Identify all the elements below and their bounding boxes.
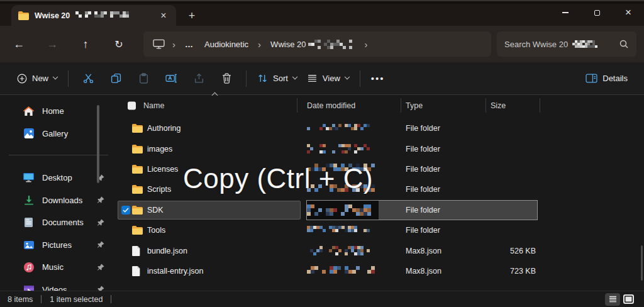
row-checkbox[interactable] (121, 226, 130, 235)
search-placeholder: Search Wwise 20 (504, 40, 568, 49)
column-header-name[interactable]: Name (143, 101, 164, 110)
minimize-button[interactable] (550, 0, 581, 25)
this-pc-icon[interactable] (152, 39, 165, 50)
pin-icon (96, 286, 104, 291)
back-button[interactable]: ← (13, 38, 25, 51)
file-row[interactable]: Authoring File folder (118, 118, 644, 138)
breadcrumb-wwise-label: Wwise 20 (270, 40, 306, 49)
share-button[interactable] (185, 68, 213, 89)
breadcrumb[interactable]: › … Audiokinetic › Wwise 20 › (143, 31, 491, 57)
chevron-right-icon: › (172, 39, 175, 50)
column-divider[interactable] (401, 98, 401, 113)
file-date (300, 246, 406, 255)
details-button[interactable]: Details (580, 69, 633, 87)
file-name: Authoring (147, 124, 300, 133)
paste-button[interactable] (130, 68, 157, 89)
close-button[interactable]: × (613, 0, 644, 25)
chevron-right-icon: › (364, 39, 367, 50)
file-name: Tools (147, 226, 300, 235)
select-all-checkbox[interactable] (128, 101, 136, 109)
paste-icon (138, 73, 149, 84)
share-icon (194, 73, 204, 84)
row-checkbox[interactable] (121, 185, 130, 194)
sidebar-scrollbar[interactable] (97, 105, 99, 183)
view-button[interactable]: View (302, 69, 354, 87)
row-checkbox-checked[interactable] (121, 206, 130, 215)
folder-icon (132, 226, 143, 235)
chevron-down-icon (345, 74, 350, 79)
new-button[interactable]: New (11, 69, 62, 87)
file-row[interactable]: install-entry.json Max8.json 723 KB (118, 261, 644, 281)
folder-icon (132, 165, 143, 174)
file-row[interactable]: bundle.json Max8.json 526 KB (118, 240, 644, 260)
more-options-button[interactable]: ••• (366, 69, 390, 87)
navigation-pane: Home Gallery Desktop Downloads (0, 95, 117, 291)
sort-arrows-icon (257, 73, 268, 84)
file-size: 526 KB (491, 247, 540, 255)
file-type: File folder (406, 226, 491, 235)
new-tab-button[interactable]: + (183, 7, 201, 25)
column-divider[interactable] (486, 98, 486, 113)
sidebar-item-documents[interactable]: Documents (4, 211, 113, 234)
cut-button[interactable] (74, 68, 102, 89)
sidebar-item-pictures[interactable]: Pictures (4, 234, 113, 257)
search-input[interactable]: Search Wwise 20 (497, 31, 636, 57)
maximize-button[interactable] (581, 0, 613, 25)
toolbar-separator (360, 70, 360, 87)
home-icon (23, 106, 34, 116)
navigation-bar: ← → ↑ ↻ › … Audiokinetic › Wwise 20 › Se… (0, 26, 644, 62)
rename-icon (165, 73, 177, 84)
toolbar-separator (246, 70, 247, 87)
copy-shortcut-overlay: Copy (Ctrl + C) (183, 163, 373, 194)
file-row-selected[interactable]: SDK File folder (118, 200, 644, 220)
column-divider[interactable] (540, 98, 540, 113)
sidebar-item-label: Videos (42, 285, 67, 291)
file-rows: Authoring File folder images File folder… (118, 116, 644, 281)
column-divider[interactable] (297, 98, 297, 113)
copy-icon (111, 73, 121, 84)
row-checkbox[interactable] (121, 145, 130, 154)
row-checkbox[interactable] (121, 124, 130, 133)
up-button[interactable]: ↑ (79, 38, 92, 51)
redacted-version (75, 11, 131, 20)
breadcrumb-audiokinetic[interactable]: Audiokinetic (203, 38, 250, 50)
row-checkbox[interactable] (121, 165, 130, 174)
breadcrumb-overflow-button[interactable]: … (183, 38, 195, 50)
refresh-button[interactable]: ↻ (113, 38, 125, 50)
row-checkbox[interactable] (121, 267, 130, 276)
rename-button[interactable] (157, 68, 185, 89)
search-icon[interactable] (618, 39, 629, 50)
sort-button[interactable]: Sort (252, 69, 302, 87)
file-row[interactable]: images File folder (118, 138, 644, 159)
redacted-date (307, 204, 374, 216)
delete-button[interactable] (213, 68, 240, 89)
file-name: install-entry.json (147, 267, 300, 276)
sidebar-item-label: Downloads (42, 196, 82, 205)
view-button-label: View (323, 74, 340, 83)
sidebar-item-downloads[interactable]: Downloads (4, 189, 113, 212)
column-header-type[interactable]: Type (406, 101, 423, 110)
file-name: bundle.json (147, 247, 300, 255)
file-list-scrollbar[interactable] (641, 245, 643, 281)
forward-button[interactable]: → (46, 38, 58, 51)
details-view-toggle[interactable] (605, 293, 620, 306)
close-tab-icon[interactable]: × (156, 8, 171, 23)
thumbnail-view-toggle[interactable] (623, 294, 634, 304)
column-header-date[interactable]: Date modified (307, 101, 355, 110)
column-header-size[interactable]: Size (491, 101, 506, 110)
chevron-right-icon: › (258, 39, 261, 50)
breadcrumb-wwise[interactable]: Wwise 20 (269, 38, 357, 50)
items-count: 8 items (8, 295, 33, 304)
file-type: Max8.json (406, 267, 491, 276)
file-row[interactable]: Tools File folder (118, 220, 644, 240)
folder-icon (132, 206, 143, 215)
sidebar-item-videos[interactable]: Videos (4, 279, 113, 291)
maximize-icon (594, 10, 600, 16)
new-button-label: New (32, 74, 48, 83)
pin-icon (96, 218, 104, 226)
copy-button[interactable] (102, 68, 130, 89)
file-name: SDK (147, 206, 300, 215)
sidebar-item-music[interactable]: Music (4, 256, 113, 279)
row-checkbox[interactable] (121, 247, 130, 255)
explorer-tab[interactable]: Wwise 20 × (11, 5, 176, 26)
